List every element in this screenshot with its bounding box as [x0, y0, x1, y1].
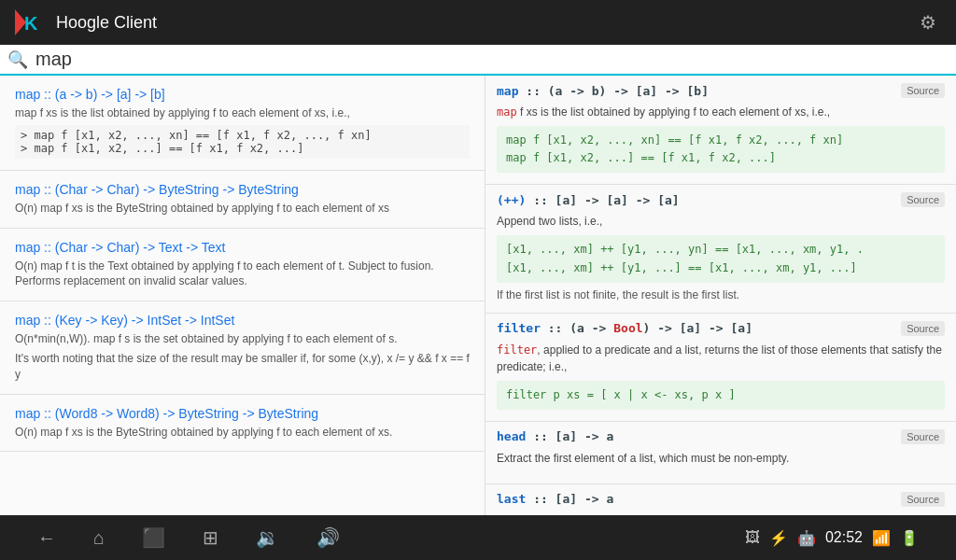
detail-body: map f xs is the list obtained by applyin… [497, 104, 945, 120]
settings-button[interactable]: ⚙ [911, 6, 945, 39]
nav-icons: ← ⌂ ⬛ ⊞ 🔉 🔊 [37, 526, 745, 549]
usb-icon: ⚡ [769, 529, 788, 547]
detail-section-last: last :: [a] -> a Source [485, 484, 956, 515]
result-desc: O(n) map f xs is the ByteString obtained… [15, 201, 470, 217]
result-title: map :: (Key -> Key) -> IntSet -> IntSet [15, 313, 470, 328]
source-link-filter[interactable]: Source [901, 321, 945, 336]
list-item[interactable]: map :: (a -> b) -> [a] -> [b] map f xs i… [0, 76, 485, 171]
detail-header: filter :: (a -> Bool) -> [a] -> [a] Sour… [497, 321, 945, 336]
svg-text:K: K [24, 13, 38, 34]
list-item[interactable]: map :: (Word8 -> Word8) -> ByteString ->… [0, 395, 485, 453]
result-desc: map f xs is the list obtained by applyin… [15, 105, 470, 121]
result-title: map :: (a -> b) -> [a] -> [b] [15, 87, 470, 102]
result-desc: O(n) map f xs is the ByteString obtained… [15, 425, 470, 441]
detail-section-append: (++) :: [a] -> [a] -> [a] Source Append … [485, 185, 956, 313]
detail-signature: last :: [a] -> a [497, 492, 613, 506]
result-title: map :: (Char -> Char) -> Text -> Text [15, 240, 470, 255]
menu-button[interactable]: ⊞ [203, 526, 218, 549]
battery-icon: 🔋 [900, 529, 919, 547]
detail-note: If the first list is not finite, the res… [497, 288, 945, 301]
search-input[interactable] [35, 49, 949, 70]
recent-apps-button[interactable]: ⬛ [142, 526, 165, 549]
source-link-map[interactable]: Source [901, 83, 945, 98]
left-panel: map :: (a -> b) -> [a] -> [b] map f xs i… [0, 76, 485, 515]
result-title: map :: (Char -> Char) -> ByteString -> B… [15, 182, 470, 197]
result-code: > map f [x1, x2, ..., xn] == [f x1, f x2… [15, 125, 470, 159]
detail-section-map: map :: (a -> b) -> [a] -> [b] Source map… [485, 76, 956, 185]
right-panel: map :: (a -> b) -> [a] -> [b] Source map… [485, 76, 956, 515]
wifi-icon: 📶 [872, 529, 891, 547]
logo-icon: K [11, 6, 45, 39]
top-bar: K Hoogle Client ⚙ [0, 0, 956, 45]
app-title: Hoogle Client [56, 13, 900, 33]
result-title: map :: (Word8 -> Word8) -> ByteString ->… [15, 406, 470, 421]
detail-body: Append two lists, i.e., [497, 213, 945, 230]
source-link-head[interactable]: Source [901, 429, 945, 444]
volume-up-button[interactable]: 🔊 [316, 526, 340, 549]
detail-signature: map :: (a -> b) -> [a] -> [b] [497, 84, 709, 98]
detail-signature: head :: [a] -> a [497, 429, 613, 443]
detail-body: filter, applied to a predicate and a lis… [497, 342, 945, 375]
result-desc: O(n*min(n,W)). map f s is the set obtain… [15, 331, 470, 347]
detail-header: head :: [a] -> a Source [497, 429, 945, 444]
search-bar: 🔍 [0, 45, 956, 76]
detail-code: [x1, ..., xm] ++ [y1, ..., yn] == [x1, .… [497, 235, 945, 282]
detail-code: map f [x1, x2, ..., xn] == [f x1, f x2, … [497, 126, 945, 173]
main-content: map :: (a -> b) -> [a] -> [b] map f xs i… [0, 76, 956, 515]
source-link-append[interactable]: Source [901, 192, 945, 207]
detail-code: filter p xs = [ x | x <- xs, p x ] [497, 381, 945, 410]
result-desc: O(n) map f t is the Text obtained by app… [15, 259, 470, 290]
status-area: 🖼 ⚡ 🤖 02:52 📶 🔋 [745, 529, 919, 547]
list-item[interactable]: map :: (Char -> Char) -> Text -> Text O(… [0, 229, 485, 302]
list-item[interactable]: map :: (Char -> Char) -> ByteString -> B… [0, 171, 485, 229]
detail-section-head: head :: [a] -> a Source Extract the firs… [485, 422, 956, 484]
back-button[interactable]: ← [37, 526, 56, 549]
detail-signature: filter :: (a -> Bool) -> [a] -> [a] [497, 321, 752, 335]
result-note: It's worth noting that the size of the r… [15, 351, 470, 383]
detail-header: last :: [a] -> a Source [497, 492, 945, 507]
android-icon: 🤖 [797, 529, 816, 547]
volume-down-button[interactable]: 🔉 [256, 526, 279, 549]
detail-section-filter: filter :: (a -> Bool) -> [a] -> [a] Sour… [485, 314, 956, 422]
detail-body: Extract the first element of a list, whi… [497, 450, 945, 467]
search-icon: 🔍 [7, 49, 28, 70]
detail-signature: (++) :: [a] -> [a] -> [a] [497, 193, 680, 207]
detail-header: (++) :: [a] -> [a] -> [a] Source [497, 192, 945, 207]
bottom-bar: ← ⌂ ⬛ ⊞ 🔉 🔊 🖼 ⚡ 🤖 02:52 📶 🔋 [0, 515, 956, 560]
detail-header: map :: (a -> b) -> [a] -> [b] Source [497, 83, 945, 98]
home-button[interactable]: ⌂ [93, 526, 105, 549]
image-icon: 🖼 [745, 529, 760, 546]
time-display: 02:52 [825, 529, 863, 546]
source-link-last[interactable]: Source [901, 492, 945, 507]
list-item[interactable]: map :: (Key -> Key) -> IntSet -> IntSet … [0, 301, 485, 394]
